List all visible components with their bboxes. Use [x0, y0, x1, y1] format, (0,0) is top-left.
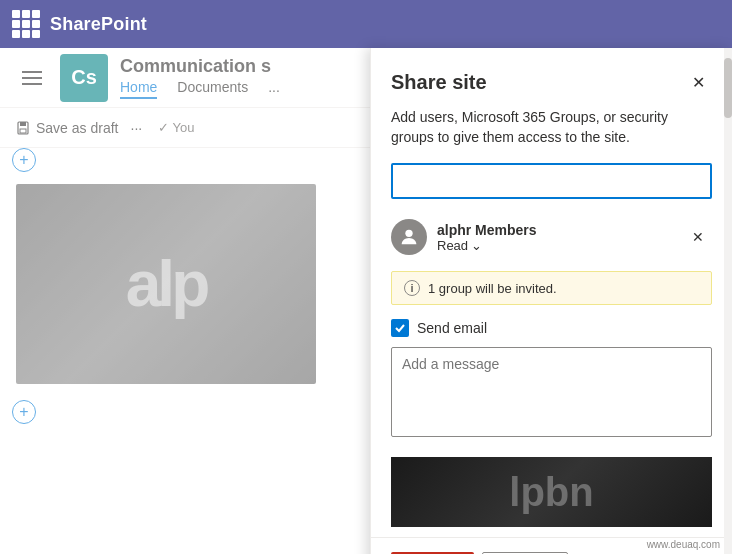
user-entry: alphr Members Read ⌄ ✕ — [391, 211, 712, 263]
info-icon: i — [404, 280, 420, 296]
main-content: Cs Communication s Home Documents ... Sa… — [0, 48, 732, 554]
app-bar: SharePoint — [0, 0, 732, 48]
share-search-input[interactable] — [391, 163, 712, 199]
panel-header: Share site ✕ — [371, 48, 732, 108]
scrollbar-track — [724, 48, 732, 554]
panel-title: Share site — [391, 71, 487, 94]
user-info: alphr Members Read ⌄ — [437, 222, 674, 253]
panel-preview-image: lpbn — [391, 457, 712, 527]
checkmark-icon — [394, 322, 406, 334]
user-role-label: Read — [437, 238, 468, 253]
send-email-label[interactable]: Send email — [417, 320, 487, 336]
chevron-down-icon: ⌄ — [471, 238, 482, 253]
panel-description: Add users, Microsoft 365 Groups, or secu… — [371, 108, 732, 163]
user-name: alphr Members — [437, 222, 674, 238]
panel-body: alphr Members Read ⌄ ✕ i 1 group will be… — [371, 163, 732, 537]
watermark: www.deuaq.com — [647, 539, 720, 550]
message-textarea[interactable] — [391, 347, 712, 437]
app-title: SharePoint — [50, 14, 147, 35]
preview-text: lpbn — [509, 470, 593, 515]
person-icon — [398, 226, 420, 248]
info-notice: i 1 group will be invited. — [391, 271, 712, 305]
panel-close-button[interactable]: ✕ — [684, 68, 712, 96]
user-remove-button[interactable]: ✕ — [684, 223, 712, 251]
send-email-checkbox[interactable] — [391, 319, 409, 337]
waffle-menu[interactable] — [12, 10, 40, 38]
svg-point-3 — [405, 230, 412, 237]
user-role-dropdown[interactable]: Read ⌄ — [437, 238, 674, 253]
share-panel: Share site ✕ Add users, Microsoft 365 Gr… — [370, 48, 732, 554]
notice-text: 1 group will be invited. — [428, 281, 557, 296]
send-email-row: Send email — [391, 319, 712, 337]
scrollbar-thumb[interactable] — [724, 58, 732, 118]
content-overlay — [0, 48, 370, 554]
user-avatar — [391, 219, 427, 255]
